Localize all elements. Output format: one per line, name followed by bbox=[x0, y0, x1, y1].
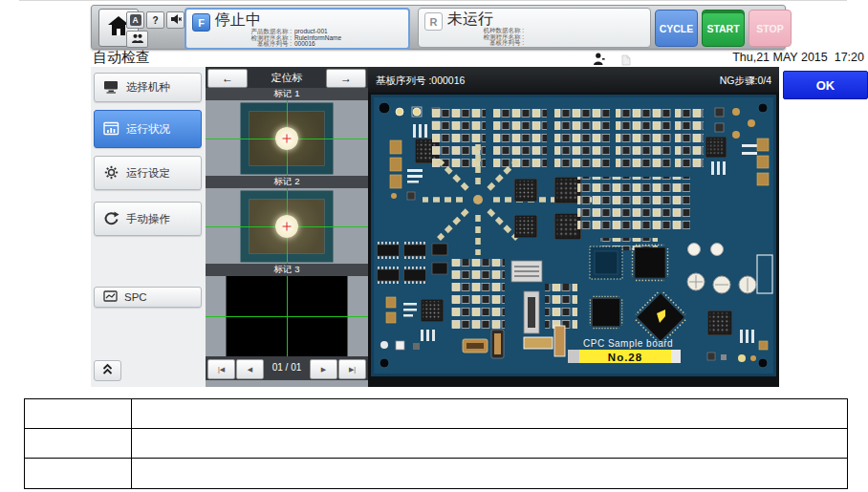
mark-3-image[interactable] bbox=[206, 276, 368, 356]
language-a-icon: A bbox=[130, 14, 141, 26]
datetime: Thu,21 MAY 2015 17:20 bbox=[732, 51, 864, 64]
fiducial-panel: 定位标 ← → 标记 1 标记 2 标记 3 |◀ ◀ 01 / 01 ▶ bbox=[206, 67, 368, 387]
sidebar-item-manual-operation[interactable]: 手动操作 bbox=[94, 202, 202, 236]
prev-mark-button[interactable]: ← bbox=[207, 69, 248, 88]
cycle-button[interactable]: CYCLE bbox=[655, 10, 698, 47]
page-title: 自动检查 bbox=[93, 49, 150, 67]
language-button[interactable]: A bbox=[126, 11, 144, 29]
machine-status-fields: 产品数据名称 :product-001 检测程序名称 :RuleInformNa… bbox=[186, 29, 408, 48]
field-value: 000016 bbox=[294, 41, 315, 48]
field-label: 基板序列号 : bbox=[419, 40, 524, 47]
help-icon: ? bbox=[152, 15, 158, 26]
table-cell bbox=[132, 399, 847, 429]
spc-chart-icon bbox=[103, 290, 118, 304]
sidebar-item-select-model[interactable]: 选择机种 bbox=[94, 73, 202, 102]
next-page-button[interactable]: ▶ bbox=[310, 359, 337, 379]
help-button[interactable]: ? bbox=[146, 11, 164, 29]
inspection-header: 基板序列号 :000016 NG步骤:0/4 bbox=[368, 67, 779, 93]
mark-3-label: 标记 3 bbox=[206, 264, 368, 276]
status-window-icon bbox=[103, 121, 119, 138]
board-serial: 基板序列号 :000016 bbox=[376, 75, 465, 88]
sidebar-item-label: 手动操作 bbox=[126, 212, 170, 226]
pcb-board-image[interactable]: CPC Sample board No.28 bbox=[371, 95, 776, 376]
board-title: CPC Sample board bbox=[583, 338, 673, 349]
machine-status-box: F 停止中 产品数据名称 :product-001 检测程序名称 :RuleIn… bbox=[184, 8, 410, 50]
mute-button[interactable] bbox=[166, 11, 184, 29]
machine-icon bbox=[103, 79, 119, 96]
crosshair-v bbox=[287, 276, 288, 356]
sidebar-item-label: 运行设定 bbox=[126, 166, 170, 181]
sidebar-item-run-status[interactable]: 运行状况 bbox=[94, 110, 202, 148]
remote-status-box: R 未运行 机种数据名称 : 检测程序名称 : 基板序列号 : bbox=[418, 8, 651, 48]
last-page-button[interactable]: ▶| bbox=[338, 359, 366, 379]
users-icon bbox=[131, 33, 144, 45]
sidebar-item-spc[interactable]: SPC bbox=[94, 287, 202, 308]
mark-1-image[interactable] bbox=[206, 100, 368, 176]
fiducial-dot bbox=[275, 127, 298, 150]
table-cell bbox=[132, 429, 847, 459]
sidebar-item-run-settings[interactable]: 运行设定 bbox=[94, 156, 202, 190]
inspection-panel: 基板序列号 :000016 NG步骤:0/4 bbox=[368, 67, 779, 387]
rotate-arrow-icon bbox=[103, 211, 119, 227]
sidebar-item-label: 运行状况 bbox=[126, 122, 170, 137]
next-mark-button[interactable]: → bbox=[326, 69, 366, 88]
mark-2-label: 标记 2 bbox=[206, 176, 368, 188]
mark-2-image[interactable] bbox=[206, 188, 368, 264]
remote-status-fields: 机种数据名称 : 检测程序名称 : 基板序列号 : bbox=[419, 28, 650, 47]
top-toolbar: A ? F 停止中 产品数据名称 :product-001 检测程序名称 :Ru… bbox=[91, 5, 786, 50]
sidebar: 选择机种 运行状况 运行设定 手动操作 SPC bbox=[91, 67, 206, 387]
collapse-sidebar-button[interactable] bbox=[94, 360, 121, 381]
ok-button[interactable]: OK bbox=[783, 71, 868, 99]
gear-icon bbox=[103, 165, 119, 182]
mark-1-label: 标记 1 bbox=[206, 88, 368, 100]
table-cell bbox=[25, 429, 132, 459]
table-cell bbox=[25, 399, 132, 429]
table-cell bbox=[25, 459, 132, 488]
speaker-mute-icon bbox=[170, 13, 182, 27]
fiducial-dot bbox=[275, 215, 298, 238]
ng-steps: NG步骤:0/4 bbox=[720, 75, 771, 88]
sidebar-item-label: SPC bbox=[124, 291, 147, 303]
bottom-table bbox=[24, 398, 848, 489]
double-chevron-up-icon bbox=[101, 362, 114, 379]
field-label: 基板序列号 : bbox=[186, 41, 292, 48]
stop-button[interactable]: STOP bbox=[749, 10, 792, 47]
window-top-border bbox=[19, 0, 847, 1]
start-button[interactable]: START bbox=[702, 10, 745, 47]
table-cell bbox=[132, 459, 847, 488]
sidebar-item-label: 选择机种 bbox=[126, 80, 170, 95]
screen: A ? F 停止中 产品数据名称 :product-001 检测程序名称 :Ru… bbox=[0, 0, 868, 492]
mark-pager: |◀ ◀ 01 / 01 ▶ ▶| bbox=[206, 356, 368, 380]
board-number: No.28 bbox=[608, 352, 642, 363]
users-button[interactable] bbox=[126, 31, 148, 48]
